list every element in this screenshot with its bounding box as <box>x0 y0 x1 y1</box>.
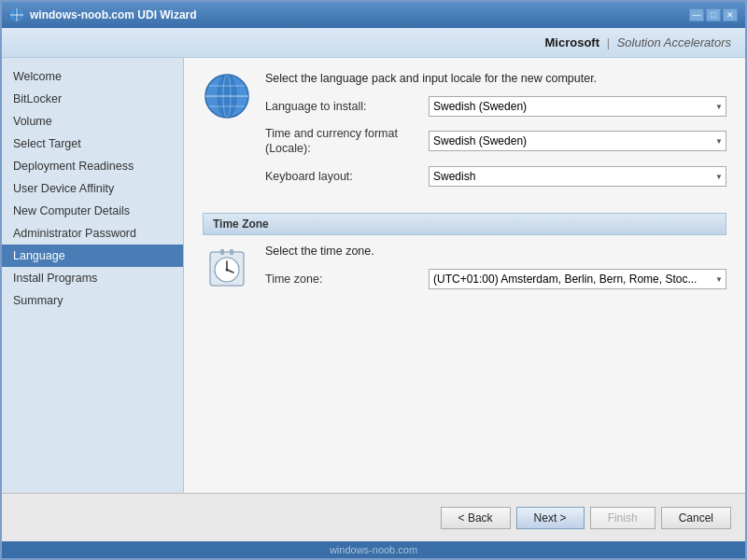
tz-form: Select the time zone. Time zone: (UTC+01… <box>265 245 726 299</box>
timezone-section-header: Time Zone <box>203 213 726 235</box>
main-window: windows-noob.com UDI Wizard — □ ✕ Micros… <box>0 0 747 560</box>
sidebar-item-administrator-password[interactable]: Administrator Password <box>2 222 183 245</box>
sidebar-item-welcome[interactable]: Welcome <box>2 65 183 88</box>
title-bar: windows-noob.com UDI Wizard — □ ✕ <box>2 2 745 28</box>
currency-label: Time and currency format (Locale): <box>265 126 429 157</box>
title-bar-controls: — □ ✕ <box>689 8 738 21</box>
finish-button[interactable]: Finish <box>590 507 655 529</box>
language-pack-section: Select the language pack and input local… <box>203 72 726 196</box>
lang-form: Select the language pack and input local… <box>265 72 726 196</box>
sidebar-item-deployment-readiness[interactable]: Deployment Readiness <box>2 155 183 177</box>
window-body: Microsoft | Solution Accelerators Welcom… <box>2 28 745 558</box>
window-title: windows-noob.com UDI Wizard <box>30 8 197 21</box>
sidebar-item-install-programs[interactable]: Install Programs <box>2 267 183 289</box>
back-button[interactable]: < Back <box>441 507 511 529</box>
keyboard-label: Keyboard layout: <box>265 170 429 183</box>
keyboard-select[interactable]: Swedish <box>429 166 726 187</box>
sidebar-item-volume[interactable]: Volume <box>2 110 183 133</box>
currency-select-wrapper: Swedish (Sweden) <box>429 131 726 151</box>
timezone-select-wrapper: (UTC+01:00) Amsterdam, Berlin, Bern, Rom… <box>429 269 726 289</box>
svg-rect-15 <box>220 249 224 255</box>
sidebar-item-user-device-affinity[interactable]: User Device Affinity <box>2 177 183 200</box>
timezone-row: Time zone: (UTC+01:00) Amsterdam, Berlin… <box>265 269 726 289</box>
currency-select[interactable]: Swedish (Sweden) <box>429 131 726 151</box>
sa-text: Solution Accelerators <box>617 35 731 49</box>
tz-description: Select the time zone. <box>265 245 726 258</box>
sidebar: Welcome BitLocker Volume Select Target D… <box>2 58 184 493</box>
close-button[interactable]: ✕ <box>723 8 738 21</box>
header-bar: Microsoft | Solution Accelerators <box>2 28 745 58</box>
content-area: Select the language pack and input local… <box>184 58 745 493</box>
sidebar-item-bitlocker[interactable]: BitLocker <box>2 88 183 110</box>
sidebar-item-select-target[interactable]: Select Target <box>2 133 183 155</box>
timezone-select[interactable]: (UTC+01:00) Amsterdam, Berlin, Bern, Rom… <box>429 269 726 289</box>
sidebar-item-language[interactable]: Language <box>2 245 183 267</box>
clock-icon <box>203 245 251 293</box>
language-select[interactable]: Swedish (Sweden) <box>429 96 726 117</box>
language-label: Language to install: <box>265 100 429 113</box>
title-bar-left: windows-noob.com UDI Wizard <box>9 7 197 22</box>
timezone-section: Time Zone <box>203 213 726 299</box>
branding-separator: | <box>607 35 610 49</box>
language-row: Language to install: Swedish (Sweden) <box>265 96 726 117</box>
bottom-bar: < Back Next > Finish Cancel <box>2 493 745 541</box>
main-content: Welcome BitLocker Volume Select Target D… <box>2 58 745 493</box>
sidebar-item-summary[interactable]: Summary <box>2 289 183 312</box>
svg-rect-16 <box>230 249 233 255</box>
language-select-wrapper: Swedish (Sweden) <box>429 96 726 117</box>
globe-icon <box>203 72 251 120</box>
timezone-label: Time zone: <box>265 273 429 286</box>
ms-branding: Microsoft | Solution Accelerators <box>545 35 732 49</box>
svg-point-14 <box>226 268 229 271</box>
keyboard-select-wrapper: Swedish <box>429 166 726 187</box>
ms-name: Microsoft <box>545 35 600 49</box>
currency-row: Time and currency format (Locale): Swedi… <box>265 126 726 157</box>
keyboard-row: Keyboard layout: Swedish <box>265 166 726 187</box>
lang-description: Select the language pack and input local… <box>265 72 726 85</box>
footer-watermark: windows-noob.com <box>2 541 745 558</box>
tz-inner: Select the time zone. Time zone: (UTC+01… <box>203 245 726 299</box>
cancel-button[interactable]: Cancel <box>661 507 731 529</box>
app-icon <box>9 7 24 22</box>
sidebar-item-new-computer-details[interactable]: New Computer Details <box>2 200 183 222</box>
next-button[interactable]: Next > <box>516 507 585 529</box>
lang-section: Select the language pack and input local… <box>203 72 726 196</box>
content-inner: Select the language pack and input local… <box>184 58 745 329</box>
maximize-button[interactable]: □ <box>706 8 721 21</box>
minimize-button[interactable]: — <box>689 8 704 21</box>
